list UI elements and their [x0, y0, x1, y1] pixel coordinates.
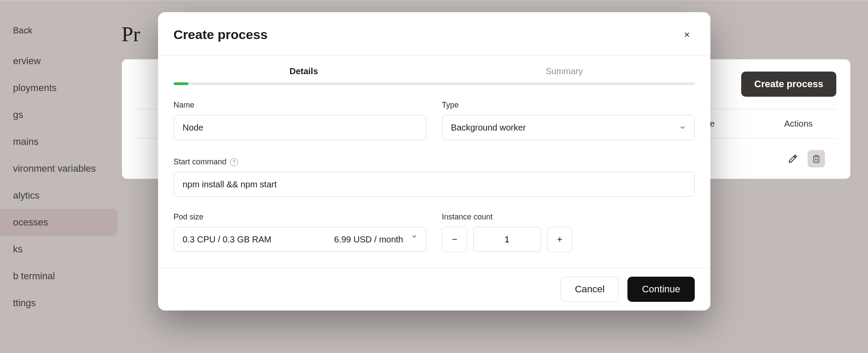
- start-command-label: Start command ?: [174, 157, 695, 167]
- modal-tabs: Details Summary: [174, 66, 695, 82]
- name-label: Name: [174, 101, 426, 110]
- name-input[interactable]: [174, 115, 426, 140]
- tab-details[interactable]: Details: [174, 66, 434, 82]
- decrement-button[interactable]: [442, 227, 467, 252]
- pod-size-select[interactable]: 0.3 CPU / 0.3 GB RAM 6.99 USD / month: [174, 227, 426, 252]
- create-process-modal: Create process Details Summary Name: [158, 12, 710, 311]
- pod-size-spec: 0.3 CPU / 0.3 GB RAM: [183, 235, 272, 245]
- type-value: Background worker: [451, 123, 526, 133]
- progress-fill: [174, 82, 188, 85]
- pod-size-price: 6.99 USD / month: [334, 235, 403, 245]
- tab-summary[interactable]: Summary: [434, 66, 695, 82]
- help-icon[interactable]: ?: [230, 158, 238, 166]
- cancel-button[interactable]: Cancel: [561, 277, 619, 302]
- plus-icon: [556, 235, 564, 243]
- close-icon: [683, 31, 691, 39]
- instance-count-label: Instance count: [442, 212, 695, 222]
- increment-button[interactable]: [547, 227, 572, 252]
- progress-bar: [174, 82, 695, 85]
- modal-overlay: Create process Details Summary Name: [0, 0, 868, 353]
- type-label: Type: [442, 101, 695, 110]
- pod-size-label: Pod size: [174, 212, 426, 222]
- modal-title: Create process: [174, 27, 268, 42]
- continue-button[interactable]: Continue: [627, 277, 694, 302]
- type-select[interactable]: Background worker: [442, 115, 695, 140]
- start-command-input[interactable]: [174, 172, 695, 197]
- close-button[interactable]: [679, 27, 695, 42]
- minus-icon: [451, 235, 459, 243]
- instance-count-input[interactable]: [473, 227, 541, 252]
